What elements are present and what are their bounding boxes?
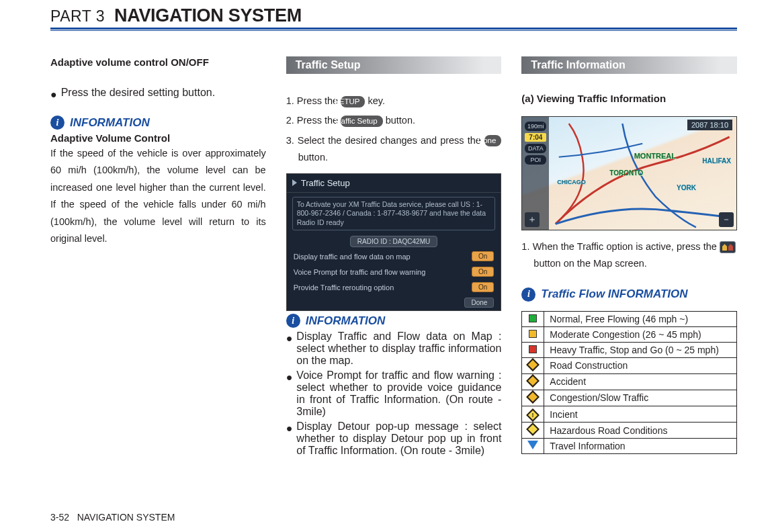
- info-row-2: i INFORMATION: [286, 314, 502, 328]
- legend-text: Hazardous Road Conditions: [544, 423, 737, 439]
- screenshot-title: Traffic Setup: [301, 178, 350, 188]
- legend-row: Travel Information: [522, 439, 737, 454]
- info-label: INFORMATION: [306, 314, 386, 328]
- traffic-legend-table: Normal, Free Flowing (46 mph ~)Moderate …: [521, 311, 737, 455]
- legend-row: Hazardous Road Conditions: [522, 423, 737, 439]
- legend-text: Travel Information: [544, 439, 737, 454]
- legend-row: Congestion/Slow Traffic: [522, 390, 737, 406]
- footer-section: NAVIGATION SYSTEM: [77, 512, 175, 523]
- legend-icon-cell: [522, 373, 544, 390]
- zoom-out-icon[interactable]: －: [719, 212, 734, 227]
- legend-text: Incient: [544, 406, 737, 423]
- step-2: Press the Traffic Setup button.: [286, 112, 502, 129]
- opt-row-2: Provide Traffic rerouting option On: [287, 279, 501, 295]
- square-icon: [529, 314, 537, 322]
- col2-b0: ● Display Traffic and Flow data on Map :…: [286, 330, 502, 367]
- done-row: Done: [287, 295, 501, 310]
- map-steps: When the Traffic option is active, press…: [521, 238, 737, 273]
- traffic-setup-steps: Press the SETUP key. Press the Traffic S…: [286, 93, 502, 167]
- bullet-dot-icon: ●: [286, 330, 293, 367]
- footer-page: 3-52: [50, 512, 69, 523]
- opt-row-0: Display traffic and flow data on map On: [287, 249, 501, 264]
- column-2: Traffic Setup Press the SETUP key. Press…: [286, 56, 502, 459]
- page-header: PART 3 NAVIGATION SYSTEM: [50, 5, 737, 26]
- city-chicago: CHICAGO: [557, 179, 586, 185]
- flow-info-label: Traffic Flow INFORMATION: [541, 287, 687, 301]
- col2-b2: ● Display Detour pop-up message : select…: [286, 420, 502, 457]
- traffic-button-icon: [720, 241, 736, 253]
- legend-icon-cell: [522, 342, 544, 357]
- diamond-icon: [526, 390, 540, 404]
- map-screenshot: 2087 18:10 190mi 7:04 DATA POI MONTREAL …: [521, 116, 737, 230]
- legend-row: Accident: [522, 373, 737, 390]
- done-keycap: Done: [484, 135, 502, 146]
- activate-message: To Activate your XM Traffic Data service…: [292, 197, 496, 231]
- avc-title: Adaptive Volume Control: [50, 132, 266, 144]
- legend-icon-cell: !: [522, 406, 544, 423]
- legend-row: Heavy Traffic, Stop and Go (0 ~ 25 mph): [522, 342, 737, 357]
- avc-body: If the speed of the vehicle is over appr…: [50, 145, 266, 247]
- header-rule-thin: [50, 30, 737, 31]
- legend-icon-cell: [522, 357, 544, 373]
- info-icon: i: [286, 314, 300, 328]
- legend-icon-cell: [522, 326, 544, 342]
- info-label: INFORMATION: [70, 116, 150, 130]
- legend-text: Road Construction: [544, 357, 737, 373]
- col1-bullet: ● Press the desired setting button.: [50, 87, 266, 101]
- legend-icon-cell: [522, 439, 544, 454]
- radio-id-row: RADIO ID : DAQC42MU: [287, 234, 501, 249]
- zoom-in-icon[interactable]: ＋: [525, 212, 540, 227]
- traffic-setup-heading: Traffic Setup: [286, 56, 502, 74]
- column-1: Adaptive volume control ON/OFF ● Press t…: [50, 56, 266, 459]
- flow-info-row: i Traffic Flow INFORMATION: [521, 287, 737, 302]
- traffic-setup-screenshot: Traffic Setup To Activate your XM Traffi…: [286, 173, 502, 312]
- on-pill-1[interactable]: On: [472, 267, 494, 277]
- header-rule-thick: [50, 28, 737, 30]
- page-footer: 3-52 NAVIGATION SYSTEM: [50, 512, 175, 523]
- traffic-info-heading: Traffic Information: [521, 56, 737, 74]
- legend-row: Road Construction: [522, 357, 737, 373]
- map-step-1: When the Traffic option is active, press…: [521, 238, 737, 273]
- step-1: Press the SETUP key.: [286, 93, 502, 109]
- legend-text: Normal, Free Flowing (46 mph ~): [544, 311, 737, 326]
- traffic-setup-keycap: Traffic Setup: [341, 116, 383, 127]
- legend-icon-cell: [522, 390, 544, 406]
- legend-row: Normal, Free Flowing (46 mph ~): [522, 311, 737, 326]
- legend-icon-cell: [522, 311, 544, 326]
- bullet-dot-icon: ●: [286, 369, 293, 418]
- square-icon: [529, 330, 537, 338]
- diamond-icon: [526, 374, 540, 388]
- legend-text: Congestion/Slow Traffic: [544, 390, 737, 406]
- col1-bullet-text: Press the desired setting button.: [61, 87, 215, 101]
- legend-row: !Incient: [522, 406, 737, 423]
- on-pill-0[interactable]: On: [472, 251, 494, 261]
- legend-row: Moderate Congestion (26 ~ 45 mph): [522, 326, 737, 342]
- diamond-icon: !: [526, 408, 540, 422]
- info-icon: i: [521, 287, 535, 302]
- city-montreal: MONTREAL: [634, 152, 676, 160]
- legend-text: Moderate Congestion (26 ~ 45 mph): [544, 326, 737, 342]
- column-3: Traffic Information (a) Viewing Traffic …: [521, 56, 737, 459]
- triangle-icon: [292, 179, 297, 186]
- col1-heading: Adaptive volume control ON/OFF: [50, 56, 266, 68]
- triangle-down-icon: [527, 441, 538, 449]
- diamond-icon: [526, 358, 540, 371]
- done-pill[interactable]: Done: [464, 298, 494, 308]
- viewing-sub: (a) Viewing Traffic Information: [521, 93, 737, 104]
- legend-icon-cell: [522, 423, 544, 439]
- radio-id: RADIO ID : DAQC42MU: [350, 236, 437, 247]
- step-3: Select the desired changes and press the…: [286, 132, 502, 167]
- part-title: NAVIGATION SYSTEM: [114, 5, 302, 26]
- info-row: i INFORMATION: [50, 116, 266, 130]
- legend-text: Heavy Traffic, Stop and Go (0 ~ 25 mph): [544, 342, 737, 357]
- bullet-dot-icon: ●: [50, 87, 57, 101]
- square-icon: [529, 345, 537, 353]
- city-york: YORK: [677, 184, 696, 191]
- on-pill-2[interactable]: On: [472, 282, 494, 292]
- setup-keycap: SETUP: [341, 96, 365, 107]
- col2-b1: ● Voice Prompt for traffic and flow warn…: [286, 369, 502, 418]
- city-toronto: TORONTO: [609, 169, 643, 177]
- diamond-icon: [526, 423, 540, 436]
- info-icon: i: [50, 116, 64, 130]
- opt-row-1: Voice Prompt for traffic and flow warnin…: [287, 264, 501, 279]
